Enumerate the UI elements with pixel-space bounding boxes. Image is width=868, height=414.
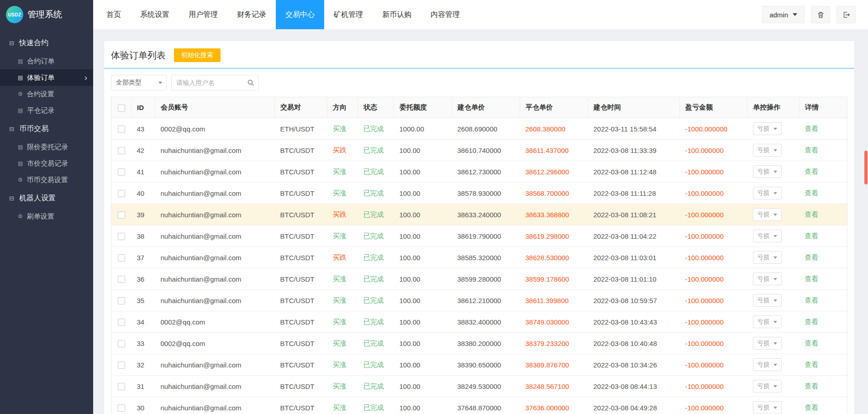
control-select[interactable]: 亏损 — [753, 294, 782, 307]
cell-id: 33 — [132, 333, 155, 354]
chevron-down-icon — [773, 364, 777, 366]
row-checkbox[interactable] — [118, 362, 125, 369]
cell-amount: 100.00 — [394, 268, 452, 290]
topnav-item[interactable]: 用户管理 — [179, 0, 227, 29]
sidebar-item[interactable]: ▤限价委托记录 — [0, 139, 93, 155]
detail-link[interactable]: 查看 — [805, 318, 819, 325]
topnav-item[interactable]: 新币认购 — [373, 0, 421, 29]
sidebar-section-title[interactable]: ⊟机器人设置 — [0, 188, 93, 208]
row-checkbox[interactable] — [118, 276, 125, 283]
row-checkbox[interactable] — [118, 211, 125, 219]
detail-link[interactable]: 查看 — [805, 168, 819, 175]
sidebar-item[interactable]: ▤合约订单 — [0, 53, 93, 69]
col-control: 单控操作 — [747, 97, 800, 118]
cell-id: 30 — [132, 397, 155, 414]
control-select[interactable]: 亏损 — [753, 315, 782, 328]
chevron-down-icon — [773, 299, 777, 302]
row-checkbox[interactable] — [118, 254, 125, 262]
cell-id: 43 — [132, 118, 155, 140]
sidebar-section-label: 机器人设置 — [19, 194, 56, 203]
cell-close-price: 38389.876700 — [520, 354, 588, 376]
scrollbar-thumb[interactable] — [864, 151, 868, 184]
search-icon[interactable] — [247, 79, 254, 86]
topnav-item[interactable]: 系统设置 — [131, 0, 179, 29]
topnav-item[interactable]: 矿机管理 — [324, 0, 373, 29]
control-select[interactable]: 亏损 — [753, 230, 782, 242]
control-select[interactable]: 亏损 — [753, 187, 782, 199]
sidebar-item[interactable]: ⚙刷单设置 — [0, 208, 93, 225]
detail-link[interactable]: 查看 — [805, 210, 819, 218]
sidebar-item[interactable]: ⚙合约设置 — [0, 86, 93, 102]
detail-link[interactable]: 查看 — [805, 253, 819, 261]
detail-link[interactable]: 查看 — [805, 361, 819, 368]
detail-link[interactable]: 查看 — [805, 339, 819, 347]
app-title: 管理系统 — [27, 9, 62, 21]
row-checkbox[interactable] — [118, 190, 125, 197]
sidebar-item[interactable]: ▤平仓记录 — [0, 102, 93, 119]
select-all-checkbox[interactable] — [118, 105, 125, 112]
cell-status: 已完成 — [358, 397, 394, 414]
detail-link[interactable]: 查看 — [805, 382, 819, 390]
row-checkbox[interactable] — [118, 319, 125, 326]
detail-link[interactable]: 查看 — [805, 189, 819, 197]
cell-id: 41 — [132, 161, 155, 183]
detail-link[interactable]: 查看 — [805, 296, 819, 304]
sidebar-section-title[interactable]: ⊟快速合约 — [0, 33, 93, 53]
cell-open-price: 38249.530000 — [452, 376, 520, 397]
content-card: 体验订单列表 初始化搜索 全部类型 — [104, 41, 854, 414]
detail-link[interactable]: 查看 — [805, 125, 819, 132]
card-header: 体验订单列表 初始化搜索 — [104, 41, 854, 68]
cell-amount: 1000.00 — [394, 118, 452, 140]
table-row: 37nuhaichuntian@gmail.comBTC/USDT买跌已完成10… — [111, 247, 847, 268]
control-select[interactable]: 亏损 — [753, 401, 782, 414]
topnav-item[interactable]: 首页 — [97, 0, 131, 29]
topnav-item[interactable]: 内容管理 — [421, 0, 469, 29]
control-select[interactable]: 亏损 — [753, 251, 782, 264]
detail-link[interactable]: 查看 — [805, 232, 819, 240]
sidebar-item[interactable]: ▤市价交易记录 — [0, 155, 93, 172]
detail-link[interactable]: 查看 — [805, 404, 819, 411]
row-checkbox[interactable] — [118, 297, 125, 304]
cell-close-price: 38749.030000 — [520, 311, 588, 333]
control-select[interactable]: 亏损 — [753, 273, 782, 285]
control-select[interactable]: 亏损 — [753, 144, 782, 157]
row-checkbox[interactable] — [118, 233, 125, 240]
control-select[interactable]: 亏损 — [753, 208, 782, 221]
control-select[interactable]: 亏损 — [753, 165, 782, 178]
row-checkbox[interactable] — [118, 126, 125, 133]
topnav-item[interactable]: 财务记录 — [227, 0, 276, 29]
control-select[interactable]: 亏损 — [753, 358, 782, 371]
chevron-down-icon — [773, 407, 777, 409]
cell-pair: BTC/USDT — [275, 376, 327, 397]
col-open-time: 建仓时间 — [588, 97, 680, 118]
collapse-icon: ⊟ — [9, 40, 14, 47]
type-select[interactable]: 全部类型 — [111, 75, 167, 90]
init-search-button[interactable]: 初始化搜索 — [174, 48, 221, 62]
chevron-down-icon — [773, 385, 777, 388]
control-select[interactable]: 亏损 — [753, 337, 782, 350]
detail-link[interactable]: 查看 — [805, 146, 819, 154]
username-input[interactable] — [172, 79, 247, 86]
control-select[interactable]: 亏损 — [753, 380, 782, 393]
row-checkbox[interactable] — [118, 383, 125, 390]
cell-pnl: -100.000000 — [680, 268, 747, 290]
cell-direction: 买涨 — [327, 118, 358, 140]
control-select[interactable]: 亏损 — [753, 122, 782, 135]
sidebar-item[interactable]: ▤体验订单› — [0, 69, 93, 86]
sidebar-item[interactable]: ⚙币币交易设置 — [0, 172, 93, 188]
logout-button[interactable] — [836, 6, 856, 23]
cell-amount: 100.00 — [394, 333, 452, 354]
cell-account: nuhaichuntian@gmail.com — [155, 204, 275, 225]
detail-link[interactable]: 查看 — [805, 275, 819, 283]
trash-button[interactable] — [811, 6, 830, 23]
row-checkbox[interactable] — [118, 404, 125, 412]
row-checkbox[interactable] — [118, 340, 125, 347]
row-checkbox[interactable] — [118, 147, 125, 154]
user-dropdown[interactable]: admin — [762, 6, 805, 23]
sidebar-section-title[interactable]: ⊟币币交易 — [0, 119, 93, 139]
row-checkbox[interactable] — [118, 168, 125, 176]
cell-status: 已完成 — [358, 247, 394, 268]
topnav-item[interactable]: 交易中心 — [276, 0, 324, 29]
cell-open-time: 2022-03-08 11:01:10 — [588, 268, 680, 290]
user-name: admin — [769, 11, 788, 19]
